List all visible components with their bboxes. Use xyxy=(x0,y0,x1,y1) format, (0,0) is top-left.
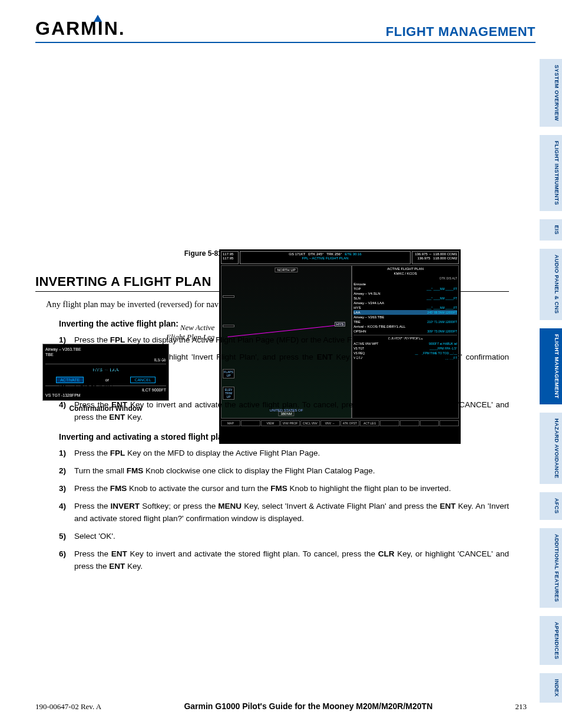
procedure-step: Turn the small FMS Knob clockwise one cl… xyxy=(59,465,509,477)
procedure-steps-2: Press the FPL Key on the MFD to display … xyxy=(59,447,509,572)
garmin-logo: GARMIN. xyxy=(35,18,134,39)
footer-pagenum: 213 xyxy=(515,702,527,711)
procedure-step: Press the ENT Key to invert and activate… xyxy=(59,548,509,573)
footer-docnum: 190-00647-02 Rev. A xyxy=(35,702,101,711)
side-tab[interactable]: AUDIO PANEL & CNS xyxy=(540,249,562,319)
side-tab[interactable]: FLIGHT MANAGEMENT xyxy=(540,328,562,404)
side-tab[interactable]: APPENDICES xyxy=(540,616,562,666)
footer-title: Garmin G1000 Pilot's Guide for the Moone… xyxy=(101,701,515,711)
page-header: GARMIN. FLIGHT MANAGEMENT xyxy=(35,18,535,43)
side-tab[interactable]: INDEX xyxy=(540,673,562,703)
procedure-step: Press the MENU Key, highlight 'Invert Fl… xyxy=(59,351,509,376)
figure-area: New ActiveFlight Plan Leg 117.95117.95 G… xyxy=(60,249,484,258)
logo-text: GARMIN xyxy=(35,18,119,39)
side-tab-bar: SYSTEM OVERVIEWFLIGHT INSTRUMENTSEISAUDI… xyxy=(540,59,562,703)
procedure-step: Select 'OK'. xyxy=(59,381,509,394)
logo-triangle-icon xyxy=(94,15,102,22)
section-header: FLIGHT MANAGEMENT xyxy=(386,24,535,39)
side-tab[interactable]: FLIGHT INSTRUMENTS xyxy=(540,135,562,211)
procedure-step: Press the FPL Key to display the Active … xyxy=(59,334,509,347)
side-tab[interactable]: SYSTEM OVERVIEW xyxy=(540,59,562,127)
procedure-step: Press the FPL Key on the MFD to display … xyxy=(59,447,509,460)
side-tab[interactable]: EIS xyxy=(540,219,562,241)
procedure-step: Press the ENT Key to invert and activate… xyxy=(59,399,509,424)
procedure-step: Select 'OK'. xyxy=(59,531,509,543)
side-tab[interactable]: ADDITIONAL FEATURES xyxy=(540,528,562,608)
page-footer: 190-00647-02 Rev. A Garmin G1000 Pilot's… xyxy=(35,701,527,711)
procedure-step: Press the INVERT Softkey; or press the M… xyxy=(59,500,509,525)
side-tab[interactable]: AFCS xyxy=(540,492,562,520)
procedure-step: Press the FMS Knob to activate the curso… xyxy=(59,483,509,495)
side-tab[interactable]: HAZARD AVOIDANCE xyxy=(540,413,562,485)
